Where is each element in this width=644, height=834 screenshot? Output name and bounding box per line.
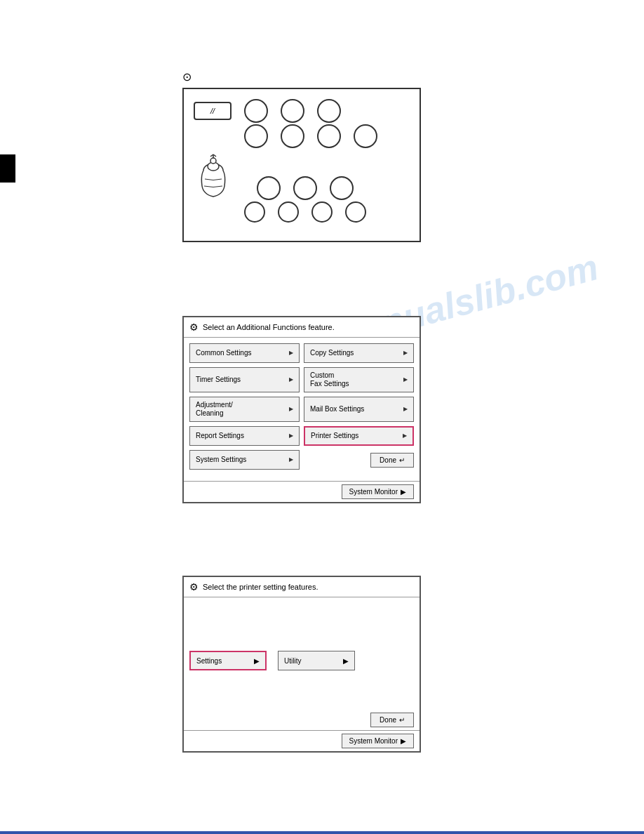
common-settings-label: Common Settings: [196, 349, 251, 357]
common-settings-arrow: ▶: [289, 350, 293, 357]
printer-settings-screen: ⚙ Select the printer setting features. S…: [182, 576, 421, 753]
settings-icon: ⚙: [189, 322, 199, 333]
key-circle-13[interactable]: [311, 201, 333, 223]
report-settings-button[interactable]: Report Settings ▶: [189, 426, 300, 446]
key-rect: //: [194, 102, 232, 120]
printer-settings-section: ⚙ Select the printer setting features. S…: [182, 576, 435, 753]
done-icon: ↵: [399, 456, 405, 464]
screen-header-text: Select an Additional Functions feature.: [203, 323, 335, 331]
menu-button-grid: Common Settings ▶ Copy Settings ▶ Timer …: [189, 343, 414, 470]
printer-screen-content: Settings ▶ Utility ▶: [184, 597, 420, 710]
utility-label: Utility: [284, 657, 301, 665]
copy-settings-label: Copy Settings: [310, 349, 354, 357]
settings-arrow: ▶: [254, 657, 260, 665]
system-settings-button[interactable]: System Settings ▶: [189, 450, 300, 470]
printer-button-row: Settings ▶ Utility ▶: [189, 651, 414, 670]
printer-settings-icon: ⚙: [189, 581, 199, 593]
done-label: Done: [380, 456, 396, 464]
printer-settings-arrow: ▶: [403, 432, 407, 439]
common-settings-button[interactable]: Common Settings ▶: [189, 343, 300, 363]
printer-system-monitor-button[interactable]: System Monitor ▶: [342, 734, 414, 748]
key-circle-1[interactable]: [244, 99, 268, 123]
svg-point-2: [210, 158, 216, 164]
adjustment-cleaning-label: Adjustment/Cleaning: [196, 401, 233, 418]
custom-fax-settings-button[interactable]: CustomFax Settings ▶: [304, 367, 414, 392]
key-circle-8[interactable]: [257, 176, 281, 200]
keypad-box: //: [182, 88, 421, 242]
custom-fax-label: CustomFax Settings: [310, 371, 349, 388]
finger-press-icon: [194, 151, 244, 200]
system-monitor-arrow: ▶: [401, 488, 406, 496]
key-circle-14[interactable]: [345, 201, 366, 223]
screen-content: Common Settings ▶ Copy Settings ▶ Timer …: [184, 338, 420, 481]
mail-box-settings-button[interactable]: Mail Box Settings ▶: [304, 397, 414, 422]
key-circle-2[interactable]: [281, 99, 304, 123]
key-circle-9[interactable]: [293, 176, 317, 200]
adjustment-cleaning-button[interactable]: Adjustment/Cleaning ▶: [189, 397, 300, 422]
keypad-row-2: [194, 124, 410, 148]
report-settings-arrow: ▶: [289, 432, 293, 439]
additional-functions-screen: ⚙ Select an Additional Functions feature…: [182, 316, 421, 503]
done-button[interactable]: Done ↵: [370, 453, 414, 468]
system-monitor-bar: System Monitor ▶: [184, 481, 420, 502]
printer-done-label: Done: [380, 716, 396, 724]
done-area: Done ↵: [304, 450, 414, 470]
system-settings-label: System Settings: [196, 456, 246, 464]
printer-system-monitor-arrow: ▶: [401, 737, 406, 745]
mail-box-label: Mail Box Settings: [310, 405, 364, 413]
key-circle-7[interactable]: [354, 124, 377, 148]
copy-settings-button[interactable]: Copy Settings ▶: [304, 343, 414, 363]
system-monitor-label: System Monitor: [349, 488, 398, 496]
system-settings-arrow: ▶: [289, 456, 293, 463]
left-tab: [0, 154, 15, 183]
keypad-row-1: //: [194, 99, 410, 123]
bottom-line: [0, 831, 644, 834]
keypad-row-3: [194, 151, 410, 200]
settings-label: Settings: [196, 657, 222, 665]
system-monitor-button[interactable]: System Monitor ▶: [342, 484, 414, 499]
keypad-row-4: [194, 201, 410, 223]
copy-settings-arrow: ▶: [403, 350, 408, 357]
keypad-section: ⊙ //: [182, 70, 435, 242]
screen-header: ⚙ Select an Additional Functions feature…: [184, 317, 420, 338]
additional-functions-section: ⚙ Select an Additional Functions feature…: [182, 316, 435, 503]
key-circle-6[interactable]: [317, 124, 341, 148]
timer-settings-button[interactable]: Timer Settings ▶: [189, 367, 300, 392]
key-circle-12[interactable]: [278, 201, 299, 223]
printer-screen-header-text: Select the printer setting features.: [203, 583, 318, 591]
printer-done-button[interactable]: Done ↵: [370, 713, 414, 727]
mail-box-arrow: ▶: [403, 406, 408, 413]
printer-done-icon: ↵: [399, 716, 405, 724]
printer-system-monitor-label: System Monitor: [349, 737, 398, 745]
printer-settings-button[interactable]: Printer Settings ▶: [304, 426, 414, 446]
printer-system-monitor-bar: System Monitor ▶: [184, 730, 420, 751]
target-icon: ⊙: [182, 70, 435, 84]
timer-settings-arrow: ▶: [289, 376, 293, 383]
settings-button[interactable]: Settings ▶: [189, 651, 267, 670]
printer-settings-label: Printer Settings: [311, 432, 358, 440]
timer-settings-label: Timer Settings: [196, 376, 241, 384]
key-circle-5[interactable]: [281, 124, 304, 148]
printer-screen-footer: Done ↵: [184, 710, 420, 730]
report-settings-label: Report Settings: [196, 432, 244, 440]
key-circle-3[interactable]: [317, 99, 341, 123]
key-circle-10[interactable]: [330, 176, 354, 200]
key-circle-11[interactable]: [244, 201, 265, 223]
printer-screen-header: ⚙ Select the printer setting features.: [184, 577, 420, 597]
utility-arrow: ▶: [343, 657, 349, 665]
adjustment-cleaning-arrow: ▶: [289, 406, 293, 413]
key-circle-4[interactable]: [244, 124, 268, 148]
utility-button[interactable]: Utility ▶: [278, 651, 355, 670]
custom-fax-arrow: ▶: [403, 376, 408, 383]
